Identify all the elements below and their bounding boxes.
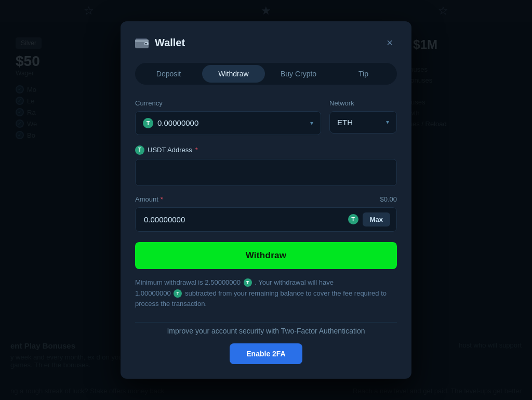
currency-network-row: Currency T 0.00000000 ▾ Network ETH ▾ <box>135 99 397 135</box>
info-tether-icon-2: T <box>174 289 182 298</box>
twofa-section: Improve your account security with Two-F… <box>135 322 397 364</box>
address-label-row: T USDT Address * <box>135 145 397 155</box>
currency-value: 0.00000000 <box>157 118 198 127</box>
amount-input[interactable] <box>144 208 348 231</box>
currency-select[interactable]: T 0.00000000 ▾ <box>135 111 321 135</box>
amount-section: Amount * $0.00 T Max <box>135 195 397 232</box>
info-part3: 1.00000000 <box>135 289 171 297</box>
info-text: Minimum withdrawal is 2.50000000 T . You… <box>135 277 397 310</box>
info-tether-icon-1: T <box>244 278 252 287</box>
wallet-icon <box>135 37 150 49</box>
tether-icon: T <box>143 118 153 128</box>
withdraw-button[interactable]: Withdraw <box>135 242 397 269</box>
amount-input-wrap: T Max <box>135 207 397 232</box>
close-button[interactable]: × <box>382 36 397 50</box>
currency-label: Currency <box>135 99 321 107</box>
network-group: Network ETH ▾ <box>329 99 397 135</box>
address-section: T USDT Address * <box>135 145 397 186</box>
tab-withdraw[interactable]: Withdraw <box>202 65 265 83</box>
info-part1: Minimum withdrawal is 2.50000000 <box>135 278 241 286</box>
svg-rect-1 <box>135 39 149 42</box>
tab-buy-crypto[interactable]: Buy Crypto <box>267 65 330 83</box>
tab-bar: Deposit Withdraw Buy Crypto Tip <box>135 63 397 85</box>
address-label: USDT Address <box>148 146 192 154</box>
currency-group: Currency T 0.00000000 ▾ <box>135 99 321 135</box>
amount-usd-value: $0.00 <box>380 195 397 203</box>
modal-title-wrap: Wallet <box>135 37 185 49</box>
modal-header: Wallet × <box>135 36 397 50</box>
enable-2fa-button[interactable]: Enable 2FA <box>230 343 302 364</box>
currency-chevron-icon: ▾ <box>310 119 313 127</box>
info-part2: . Your withdrawal will have <box>255 278 334 286</box>
currency-value-wrap: T 0.00000000 <box>143 118 198 128</box>
address-required-mark: * <box>195 146 198 154</box>
address-input[interactable] <box>135 159 397 186</box>
modal-title: Wallet <box>155 37 185 49</box>
modal-overlay: Wallet × Deposit Withdraw Buy Crypto Tip… <box>0 0 532 400</box>
network-select[interactable]: ETH ▾ <box>329 111 397 134</box>
address-tether-icon: T <box>135 145 144 155</box>
tab-deposit[interactable]: Deposit <box>137 65 200 83</box>
max-button[interactable]: Max <box>363 212 390 226</box>
wallet-modal: Wallet × Deposit Withdraw Buy Crypto Tip… <box>121 21 411 379</box>
amount-label-row: Amount * $0.00 <box>135 195 397 203</box>
amount-icons: T Max <box>348 212 390 226</box>
network-chevron-icon: ▾ <box>386 118 389 126</box>
network-value: ETH <box>337 118 353 127</box>
network-label: Network <box>329 99 397 107</box>
amount-required-mark: * <box>161 195 163 203</box>
tab-tip[interactable]: Tip <box>332 65 395 83</box>
svg-point-3 <box>145 43 147 44</box>
twofa-text: Improve your account security with Two-F… <box>135 327 397 335</box>
info-part4: subtracted from your remaining balance t… <box>135 289 387 308</box>
amount-label: Amount * <box>135 195 163 203</box>
amount-tether-icon: T <box>348 214 358 224</box>
